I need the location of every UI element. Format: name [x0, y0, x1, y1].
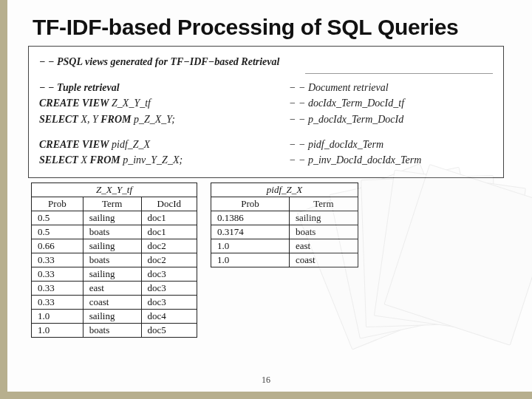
tf-header-docid: DocId	[141, 197, 197, 211]
table-row: 1.0boatsdoc5	[32, 324, 197, 338]
select-keyword: SELECT	[39, 154, 78, 166]
from-keyword: FROM	[100, 114, 131, 125]
cell-docid: doc3	[141, 282, 197, 296]
cell-prob: 0.3174	[211, 225, 290, 239]
cell-prob: 0.33	[32, 296, 83, 310]
cell-term: east	[83, 282, 141, 296]
code-comment-tuple-retrieval: − − Tuple retrieval	[39, 80, 283, 96]
from-target: p_inv_Y_Z_X;	[120, 154, 183, 166]
from-target: p_Z_X_Y;	[131, 114, 174, 125]
cell-prob: 1.0	[32, 324, 83, 338]
table-row: 0.33sailingdoc3	[32, 267, 197, 282]
table-row: 0.33boatsdoc2	[32, 253, 197, 267]
cell-term: coast	[83, 296, 141, 310]
tf-header-prob: Prob	[32, 197, 83, 211]
table-row: 0.33coastdoc3	[32, 296, 197, 310]
create-view-name: Z_X_Y_tf	[109, 98, 151, 109]
cell-term: boats	[83, 225, 141, 239]
cell-term: coast	[289, 253, 358, 267]
cell-term: sailing	[83, 310, 141, 324]
code-comment-pidf-docidx: − − pidf_docIdx_Term	[289, 137, 493, 153]
table-row: 0.3174boats	[211, 225, 358, 239]
pidf-table-caption: pidf_Z_X	[211, 183, 358, 197]
cell-docid: doc2	[141, 239, 197, 253]
cell-term: boats	[289, 225, 358, 239]
cell-prob: 0.33	[32, 282, 83, 296]
code-create-view-pidf: CREATE VIEW pidf_Z_X	[39, 137, 283, 153]
table-row: 0.33eastdoc3	[32, 282, 197, 296]
cell-docid: doc3	[141, 267, 197, 282]
select-keyword: SELECT	[39, 114, 78, 125]
cell-prob: 1.0	[32, 310, 83, 324]
pidf-header-prob: Prob	[211, 197, 290, 211]
table-row: 1.0coast	[211, 253, 358, 267]
cell-docid: doc1	[141, 211, 197, 225]
cell-docid: doc2	[141, 253, 197, 267]
slide-title: TF-IDF-based Processing of SQL Queries	[33, 15, 517, 40]
select-cols: X	[78, 154, 90, 166]
cell-term: east	[289, 239, 358, 253]
create-view-keyword: CREATE VIEW	[39, 98, 109, 109]
cell-term: boats	[83, 324, 141, 338]
code-comment-docidx-tf: − − docIdx_Term_DocId_tf	[289, 95, 493, 112]
page-number: 16	[0, 375, 532, 386]
code-comment-header: − − PSQL views generated for TF−IDF−base…	[39, 54, 493, 70]
pidf-header-term: Term	[289, 197, 358, 211]
cell-prob: 0.33	[32, 267, 83, 282]
psql-views-code-box: − − PSQL views generated for TF−IDF−base…	[28, 46, 504, 178]
cell-docid: doc1	[141, 225, 197, 239]
create-view-name: pidf_Z_X	[109, 139, 151, 150]
code-create-view-tf: CREATE VIEW Z_X_Y_tf	[39, 95, 283, 112]
cell-prob: 0.5	[32, 211, 83, 225]
cell-term: sailing	[83, 267, 141, 282]
cell-prob: 0.33	[32, 253, 83, 267]
tf-header-term: Term	[83, 197, 141, 211]
tf-table-caption: Z_X_Y_tf	[32, 183, 197, 197]
table-row: 0.5boatsdoc1	[32, 225, 197, 239]
divider-line	[305, 73, 493, 74]
tf-table: Z_X_Y_tf Prob Term DocId 0.5sailingdoc10…	[31, 183, 197, 338]
code-select-tf: SELECT X, Y FROM p_Z_X_Y;	[39, 112, 283, 128]
table-row: 0.5sailingdoc1	[32, 211, 197, 225]
code-select-pidf: SELECT X FROM p_inv_Y_Z_X;	[39, 152, 283, 168]
pidf-table: pidf_Z_X Prob Term 0.1386sailing0.3174bo…	[211, 183, 358, 267]
cell-prob: 1.0	[211, 239, 290, 253]
from-keyword: FROM	[89, 154, 120, 166]
cell-docid: doc3	[141, 296, 197, 310]
code-comment-p-docidx: − − p_docIdx_Term_DocId	[289, 112, 493, 128]
code-comment-p-inv: − − p_inv_DocId_docIdx_Term	[289, 152, 493, 168]
table-row: 1.0sailingdoc4	[32, 310, 197, 324]
cell-term: sailing	[83, 239, 141, 253]
cell-docid: doc4	[141, 310, 197, 324]
table-row: 1.0east	[211, 239, 358, 253]
select-cols: X, Y	[78, 114, 100, 125]
cell-term: boats	[83, 253, 141, 267]
create-view-keyword: CREATE VIEW	[39, 139, 109, 150]
cell-prob: 0.66	[32, 239, 83, 253]
cell-docid: doc5	[141, 324, 197, 338]
code-comment-document-retrieval: − − Document retrieval	[289, 80, 493, 96]
cell-prob: 0.1386	[211, 211, 290, 225]
table-row: 0.66sailingdoc2	[32, 239, 197, 253]
cell-prob: 1.0	[211, 253, 290, 267]
cell-prob: 0.5	[32, 225, 83, 239]
cell-term: sailing	[83, 211, 141, 225]
table-row: 0.1386sailing	[211, 211, 358, 225]
cell-term: sailing	[289, 211, 358, 225]
